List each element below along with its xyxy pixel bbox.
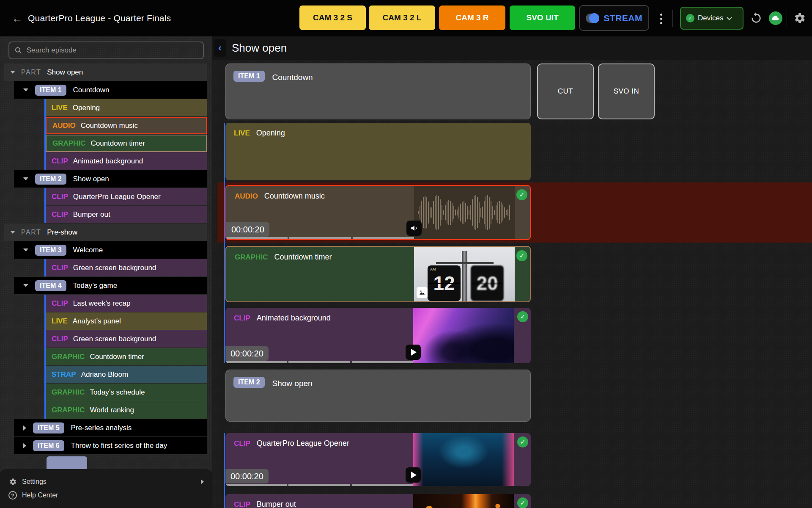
collapse-panel-button[interactable]: ‹ [214, 39, 226, 57]
cue-row-clip-quarterpro-opener[interactable]: CLIP QuarterPro League Opener [46, 188, 207, 205]
caret-down-icon[interactable] [23, 284, 28, 287]
item-badge: ITEM 1 [233, 71, 265, 82]
cue-kind-label: CLIP [52, 157, 68, 166]
cue-card-audio-countdown-music[interactable]: AUDIO Countdown music 00:00:20 ✓ [225, 185, 531, 240]
cue-row-clip-animated-background[interactable]: CLIP Animated background [46, 152, 207, 170]
caret-down-icon[interactable] [10, 231, 15, 234]
play-icon[interactable] [406, 467, 421, 483]
cue-row-graphic-countdown-timer[interactable]: GRAPHIC Countdown timer [46, 135, 207, 152]
duration-badge: 00:00:20 [225, 469, 269, 483]
cue-row-strap-adriano-bloom[interactable]: STRAP Adriano Bloom [46, 366, 207, 383]
item-badge: ITEM 2 [233, 377, 265, 388]
stream-toggle-track[interactable] [586, 14, 599, 23]
cue-kind-label: AUDIO [52, 121, 76, 130]
item-badge: ITEM 3 [35, 245, 66, 256]
svo-in-button[interactable]: SVO IN [598, 64, 655, 119]
clip-thumbnail [413, 494, 514, 508]
cut-button[interactable]: CUT [537, 64, 594, 119]
cue-kind-label: GRAPHIC [52, 353, 85, 361]
caret-down-icon[interactable] [23, 248, 28, 251]
svo-uit-button[interactable]: SVO UIT [510, 6, 575, 30]
cue-kind-label: CLIP [234, 314, 250, 323]
caret-down-icon[interactable] [23, 88, 28, 91]
check-icon: ✓ [516, 250, 527, 261]
item-1-cues-group: LIVE Opening AUDIO Countdown music GRAPH… [44, 99, 207, 170]
stream-label: STREAM [604, 13, 642, 23]
item-card-1[interactable]: ITEM 1 Countdown [225, 64, 531, 119]
cue-card-clip-quarterpro-opener[interactable]: CLIP QuarterPro League Opener 00:00:20 ✓ [225, 433, 531, 486]
cue-name: Analyst’s panel [73, 317, 121, 326]
search-input[interactable] [27, 46, 198, 55]
cue-row-graphic-world-ranking[interactable]: GRAPHIC World ranking [46, 401, 207, 419]
caret-down-icon[interactable] [23, 177, 28, 180]
devices-status-icon: ✓ [686, 14, 694, 22]
cam-3-2-l-button[interactable]: CAM 3 2 L [369, 6, 435, 30]
more-options-icon[interactable] [656, 11, 666, 26]
check-icon: ✓ [517, 436, 528, 447]
cloud-status-icon[interactable] [769, 11, 782, 25]
item-row-1[interactable]: ITEM 1 Countdown [14, 81, 207, 99]
item-name: Pre-series analysis [71, 424, 132, 432]
cue-row-graphic-todays-schedule[interactable]: GRAPHIC Today’s schedule [46, 384, 207, 401]
cue-card-clip-animated-background[interactable]: CLIP Animated background 00:00:20 ✓ [225, 308, 531, 363]
cue-kind-label: CLIP [234, 500, 250, 508]
settings-menu-item[interactable]: Settings [8, 475, 204, 489]
part-row-pre-show[interactable]: PART Pre-show [4, 224, 207, 241]
cue-card-graphic-countdown-timer[interactable]: 12 20 AM GRAPHIC Countdown timer ✓ [225, 246, 531, 302]
cue-kind-label: GRAPHIC [52, 406, 85, 414]
item-row-2[interactable]: ITEM 2 Show open [14, 170, 207, 188]
cue-row-audio-countdown-music[interactable]: AUDIO Countdown music [46, 117, 207, 134]
cue-row-live-opening[interactable]: LIVE Opening [46, 99, 207, 116]
item-title: Show open [272, 379, 313, 388]
duration-badge: 00:00:20 [225, 346, 269, 361]
item-row-3[interactable]: ITEM 3 Welcome [14, 241, 207, 259]
cue-row-clip-last-week-recap[interactable]: CLIP Last week’s recap [46, 295, 207, 312]
topbar-divider [787, 10, 787, 27]
devices-dropdown[interactable]: ✓ Devices [680, 7, 743, 30]
cue-name: Adriano Bloom [81, 370, 129, 379]
stream-toggle-knob [589, 13, 599, 23]
cue-row-clip-green-screen[interactable]: CLIP Green screen background [46, 259, 207, 276]
play-icon[interactable] [406, 345, 421, 360]
sidebar-footer: Settings ? Help Center [0, 469, 212, 508]
sync-icon[interactable] [749, 11, 763, 25]
item-badge-partial [47, 456, 87, 471]
caret-down-icon[interactable] [10, 71, 15, 74]
progress-segments [226, 237, 414, 239]
item-2-cues-group: CLIP QuarterPro League Opener CLIP Bumpe… [44, 188, 207, 223]
item-4-cues-group: CLIP Last week’s recap LIVE Analyst’s pa… [44, 295, 207, 419]
cue-kind-label: CLIP [52, 299, 68, 308]
speaker-icon[interactable] [406, 221, 422, 236]
caret-right-icon[interactable] [23, 425, 26, 431]
search-icon [14, 46, 22, 55]
item-card-2[interactable]: ITEM 2 Show open [225, 370, 531, 422]
cam-3-2-s-button[interactable]: CAM 3 2 S [299, 6, 366, 30]
cam-3-r-button[interactable]: CAM 3 R [439, 6, 505, 30]
part-row-show-open[interactable]: PART Show open [4, 64, 207, 81]
cue-kind-label: CLIP [52, 210, 68, 219]
cue-card-live-opening[interactable]: LIVE Opening [225, 123, 531, 180]
help-center-menu-item[interactable]: ? Help Center [8, 489, 204, 502]
item-row-6[interactable]: ITEM 6 Throw to first series of the day [14, 437, 207, 454]
cue-row-clip-bumper-out[interactable]: CLIP Bumper out [46, 206, 207, 223]
cue-stack: ITEM 1 Countdown CUT SVO IN LIVE Opening [212, 60, 812, 508]
settings-gear-icon[interactable] [793, 11, 806, 25]
submenu-arrow-icon [201, 479, 204, 484]
cue-kind-label: AUDIO [235, 192, 258, 201]
item-row-4[interactable]: ITEM 4 Today’s game [14, 277, 207, 294]
back-arrow-icon[interactable]: ← [12, 12, 23, 25]
cue-row-graphic-countdown-timer-2[interactable]: GRAPHIC Countdown timer [46, 348, 207, 365]
cue-card-clip-bumper-out[interactable]: CLIP Bumper out ✓ [225, 494, 531, 508]
item-name: Today’s game [73, 282, 118, 290]
item-badge: ITEM 4 [35, 280, 66, 291]
cue-name: Green screen background [73, 264, 156, 272]
part-kind-label: PART [21, 69, 41, 76]
cue-row-live-analysts-panel[interactable]: LIVE Analyst’s panel [46, 312, 207, 330]
topbar-divider [672, 10, 673, 27]
cue-row-clip-green-screen-2[interactable]: CLIP Green screen background [46, 330, 207, 348]
episode-search[interactable] [8, 41, 204, 59]
item-row-5[interactable]: ITEM 5 Pre-series analysis [14, 419, 207, 436]
caret-right-icon[interactable] [23, 443, 26, 448]
stream-toggle[interactable]: STREAM [579, 5, 649, 31]
cue-title: QuarterPro League Opener [257, 439, 349, 448]
